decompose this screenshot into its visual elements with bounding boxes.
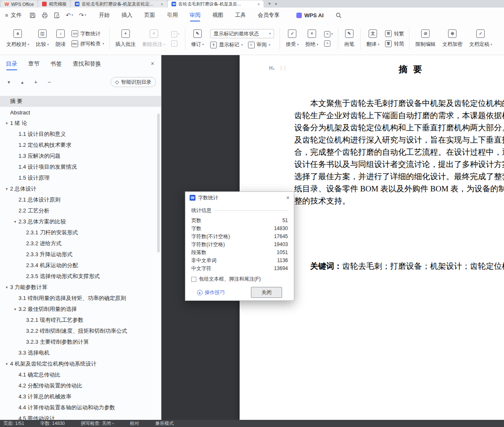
reject-button[interactable]: × 拒绝▾ [303,28,322,50]
toc-item[interactable]: 4.4 计算传动装置各轴的运动和动力参数 [0,402,161,413]
collapse-levels-button[interactable]: ▴ [18,78,26,86]
spell-check-button[interactable]: ABC 拼写检查 ▾ [71,40,104,48]
to-traditional-button[interactable]: 简 转繁 [385,30,404,37]
toc-item[interactable]: 1.5 设计原理 [0,172,161,183]
toc-item[interactable]: ▼3.2 最佳切削用量的选择 [0,304,161,315]
previous-comment-button[interactable]: ‹ ▾ [171,31,180,37]
chevron-down-icon[interactable]: ▼ [3,187,10,191]
new-tab-button[interactable]: + [268,1,271,7]
chevron-down-icon[interactable]: ▼ [12,220,18,224]
save-button[interactable] [29,12,36,19]
menu-item[interactable]: 会员专享 [252,8,285,23]
tips-link[interactable]: ▶ 操作技巧 [197,289,225,296]
toc-item[interactable]: 3.2.1 现有镗孔工艺参数 [0,315,161,326]
toc-item[interactable]: ▼3 力能参数计算 [0,282,161,293]
sidebar-tab[interactable]: 书签 [50,55,62,73]
close-icon[interactable]: × [161,2,163,7]
collapse-all-button[interactable]: − [45,78,53,86]
markup-state-select[interactable]: 显示标记的最终状态 ▾ [210,29,274,38]
next-comment-button[interactable]: › [171,40,180,47]
menu-item[interactable]: 引用 [161,8,184,23]
toc-item[interactable]: ▼2.3 总体方案的比较 [0,216,161,227]
menu-item[interactable]: 工具 [229,8,252,23]
finalize-button[interactable]: ✓ 文档定稿▾ [466,28,495,50]
toc-item[interactable]: 2.3.5 选择传动形式和支撑形式 [0,271,161,282]
close-sidebar-icon[interactable]: × [151,61,154,66]
toc-item[interactable]: 2.3.4 机床运动的分配 [0,260,161,271]
include-footnotes-option[interactable]: 包括文本框、脚注和尾注(F) [191,276,288,283]
menu-item[interactable]: 插入 [116,8,138,23]
menu-item[interactable]: 视图 [206,8,229,23]
sidebar-scrollbar[interactable] [157,114,160,252]
toc-item[interactable]: 3.2.2 镗削切削速度、扭矩和切削功率公式 [0,326,161,337]
word-count-button[interactable]: 123 字数统计 [71,30,104,37]
chevron-down-icon[interactable]: ▼ [3,362,10,366]
smart-toc-button[interactable]: ◇ 智能识别目录 [111,77,156,87]
toc-item[interactable]: 2.2 工艺分析 [0,205,161,216]
toc-item[interactable]: 4.1 确定总传动比 [0,369,161,380]
toc-item[interactable]: 摘 要 [0,96,161,107]
toc-item[interactable]: 2.1 总体设计原则 [0,194,161,205]
status-spellcheck[interactable]: 拼写检查: 关闭 ▾ [81,420,114,427]
toc-item[interactable]: 4.3 计算总的机械效率 [0,391,161,402]
search-button[interactable] [335,12,342,19]
menu-item[interactable]: 开始 [93,8,116,23]
encrypt-button[interactable]: ⊛ 文档加密 [439,28,465,50]
chevron-down-icon[interactable]: ▼ [3,286,10,289]
heading-level-button[interactable]: H₁ [269,65,275,71]
drag-handle-icon[interactable]: ⋮⋮ [279,65,286,71]
close-icon[interactable]: × [257,2,260,7]
toc-item[interactable]: 2.3.1 刀杆的安装形式 [0,227,161,238]
menu-item[interactable]: 审阅 [184,8,206,23]
insert-comment-button[interactable]: + 插入批注 [113,28,139,50]
close-dialog-icon[interactable]: × [286,195,290,201]
redo-button[interactable]: ↷ ▾ [79,12,86,18]
tab-document-1[interactable]: W 齿轮去毛刺打磨设备-机架及齿轮定... × [71,0,167,8]
show-markup-button[interactable]: ¶ 显示标记 ▾ [210,41,243,48]
next-change-button[interactable]: » [324,40,333,47]
previous-change-button[interactable]: « ▾ [324,31,333,37]
restrict-edit-button[interactable]: ⊘ 限制编辑 [412,28,438,50]
toc-item[interactable]: ▼2 总体设计 [0,183,161,194]
toc-item[interactable]: 1.4 设计项目的发展情况 [0,162,161,172]
toc-item[interactable]: 4.2 分配传动装置的传动比 [0,380,161,391]
toc-item[interactable]: 1.2 定位机构技术要求 [0,140,161,151]
menu-item[interactable]: 页面 [138,8,161,23]
toc-item[interactable]: 1.3 应解决的问题 [0,151,161,162]
compare-button[interactable]: ◫ 比较▾ [33,28,52,50]
translate-button[interactable]: 文 翻译▾ [364,28,383,50]
dialog-titlebar[interactable]: W 字数统计 × [185,192,294,204]
chevron-down-icon[interactable]: ▼ [3,122,10,125]
toc-item[interactable]: 3.1 镗削用量的选择及转矩、功率的确定原则 [0,293,161,304]
tab-docer[interactable]: 稻壳模板 [38,0,70,8]
to-simplified-button[interactable]: 繁 转简 [385,40,404,48]
print-button[interactable] [42,12,48,19]
accept-button[interactable]: ✓ 接受▾ [283,28,302,50]
tab-list-chevron-icon[interactable]: ▾ [275,2,277,6]
toc-item[interactable]: ▼1 绪 论 [0,118,161,129]
tab-document-2[interactable]: W 齿轮去毛刺打磨设备-机架及齿... × [168,0,264,8]
sidebar-tab[interactable]: 查找和替换 [73,55,101,73]
sidebar-tab[interactable]: 章节 [28,55,40,73]
toc-item[interactable]: 2.3.3 升降运动形式 [0,249,161,260]
file-menu-button[interactable]: ≡ 文件 [5,11,22,19]
toc-item[interactable]: 2.3.2 进给方式 [0,238,161,249]
track-changes-button[interactable]: ✎ 修订▾ [188,28,207,50]
include-textbox-checkbox[interactable] [191,277,196,282]
status-words[interactable]: 字数: 14830 [40,420,65,427]
print-preview-button[interactable] [54,12,60,19]
toc-item[interactable]: ▼4 机架及齿轮定位机构传动系统设计 [0,358,161,369]
sidebar-tab[interactable]: 目录 [6,55,17,73]
toc-item[interactable]: 3.2.3 主要镗削参数的计算 [0,337,161,347]
wps-ai-button[interactable]: WPS AI [296,12,324,19]
undo-button[interactable]: ↶ ▾ [66,12,73,18]
toc-item[interactable]: 1.1 设计目的和意义 [0,129,161,140]
proofread-button[interactable]: a 文档校对▾ [3,28,32,50]
close-button[interactable]: 关闭 [251,287,282,298]
tab-wps-home[interactable]: W WPS Office [1,0,37,8]
read-aloud-button[interactable]: ♪ 朗读 [53,28,69,50]
delete-comment-button[interactable]: × 删除批注▾ [140,28,169,50]
chevron-down-icon[interactable]: ▼ [12,308,18,311]
status-page[interactable]: 页面: 1/51 [3,420,24,427]
status-proof[interactable]: 校对 [130,420,139,427]
